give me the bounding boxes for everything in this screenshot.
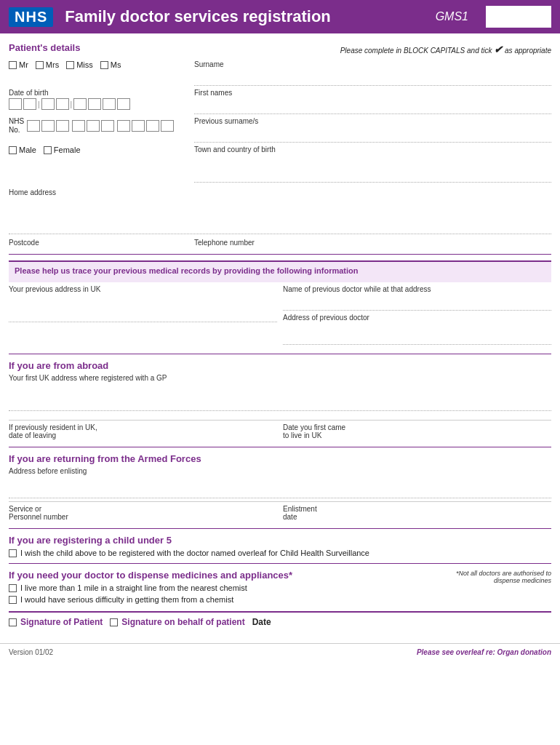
home-address-row: Home address: [9, 188, 551, 234]
medical-records-fields: Your previous address in UK Name of prev…: [9, 285, 551, 348]
date-label: Date: [252, 617, 271, 627]
title-mrs[interactable]: Mrs: [36, 60, 59, 69]
nhs-b5[interactable]: [87, 120, 100, 132]
section-divider-2: [9, 354, 551, 354]
dob-firstname-row: Date of birth | | First names: [9, 89, 551, 114]
nhs-b4[interactable]: [72, 120, 85, 132]
previous-address-field[interactable]: [9, 295, 277, 322]
complete-note: Please complete in BLOCK CAPITALS and ti…: [340, 44, 551, 55]
date-came-col: Date you first cameto live in UK: [283, 423, 551, 441]
dispense-option1-checkbox[interactable]: [9, 584, 17, 592]
nhs-b1[interactable]: [27, 120, 40, 132]
previous-doctor-name-field[interactable]: [283, 295, 551, 311]
home-address-field[interactable]: [9, 198, 551, 234]
gender-female[interactable]: Female: [44, 146, 81, 154]
title-mr[interactable]: Mr: [9, 60, 28, 69]
child-section: If you are registering a child under 5 I…: [9, 535, 551, 557]
dob-m2[interactable]: [56, 98, 69, 110]
behalf-signature-box[interactable]: [110, 618, 118, 626]
title-ms[interactable]: Ms: [100, 60, 121, 69]
town-country-label: Town and country of birth: [194, 146, 551, 154]
male-label: Male: [19, 146, 36, 154]
mr-label: Mr: [19, 60, 28, 69]
male-checkbox[interactable]: [9, 146, 17, 154]
firstname-field[interactable]: [194, 98, 551, 114]
first-uk-address-field[interactable]: [9, 383, 551, 411]
patient-signature-box[interactable]: [9, 618, 17, 626]
behalf-signature-label: Signature on behalf of patient: [121, 617, 244, 627]
dob-boxes: | |: [9, 98, 194, 110]
dob-y3[interactable]: [103, 98, 116, 110]
town-country-field[interactable]: [194, 155, 551, 183]
nhs-b3[interactable]: [56, 120, 69, 132]
female-checkbox[interactable]: [44, 146, 52, 154]
dob-y2[interactable]: [88, 98, 101, 110]
dispense-option1-row[interactable]: I live more than 1 mile in a straight li…: [9, 583, 435, 592]
organ-note: Please see overleaf re: Organ donation: [417, 648, 551, 656]
patient-details-title: Patient's details: [9, 42, 80, 53]
previous-doctor-name-label: Name of previous doctor while at that ad…: [283, 285, 551, 293]
mrs-checkbox[interactable]: [36, 61, 44, 69]
medical-records-section: Please help us trace your previous medic…: [9, 260, 551, 282]
nhs-b8[interactable]: [132, 120, 145, 132]
gender-town-row: Male Female Town and country of birth: [9, 146, 551, 186]
postcode-telephone-row: Postcode Telephone number: [9, 239, 551, 248]
previous-address-label: Your previous address in UK: [9, 285, 277, 293]
page-header: NHS Family doctor services registration …: [0, 0, 560, 33]
previous-doctor-col: Name of previous doctor while at that ad…: [283, 285, 551, 348]
page-title: Family doctor services registration: [65, 7, 423, 26]
home-address-label: Home address: [9, 188, 551, 196]
abroad-title: If you are from abroad: [9, 360, 551, 371]
nhs-b2[interactable]: [41, 120, 55, 132]
nhs-previoussurname-row: NHSNo. Previous surname/s: [9, 117, 551, 143]
nhs-boxes: [27, 120, 174, 132]
telephone-label: Telephone number: [194, 239, 551, 247]
dob-y4[interactable]: [117, 98, 130, 110]
gender-male[interactable]: Male: [9, 146, 36, 154]
dob-y1[interactable]: [73, 98, 87, 110]
title-miss[interactable]: Miss: [66, 60, 93, 69]
nhs-b7[interactable]: [117, 120, 130, 132]
nhs-logo: NHS: [9, 7, 53, 27]
enlistment-date-col: Enlistmentdate: [283, 505, 551, 522]
dob-m1[interactable]: [41, 98, 55, 110]
previously-resident-col: If previously resident in UK,date of lea…: [9, 423, 277, 441]
dispense-option2-checkbox[interactable]: [9, 596, 17, 604]
mr-checkbox[interactable]: [9, 61, 17, 69]
previous-doctor-address-label: Address of previous doctor: [283, 314, 551, 322]
dispensing-checks: I live more than 1 mile in a straight li…: [9, 583, 435, 604]
armed-forces-title: If you are returning from the Armed Forc…: [9, 453, 551, 464]
version-label: Version 01/02: [9, 648, 53, 656]
patient-details-header: Patient's details Please complete in BLO…: [9, 42, 551, 56]
dispensing-header-row: If you need your doctor to dispense medi…: [9, 570, 551, 607]
dispensing-note: *Not all doctors are authorised to dispe…: [435, 570, 551, 584]
dispense-option2-label: I would have serious difficulty in getti…: [20, 595, 233, 604]
previously-resident-label: If previously resident in UK,date of lea…: [9, 423, 277, 439]
medical-records-title: Please help us trace your previous medic…: [15, 266, 545, 275]
miss-label: Miss: [76, 60, 93, 69]
ms-checkbox[interactable]: [100, 61, 108, 69]
form-code-box[interactable]: [486, 6, 551, 28]
section-divider-3: [9, 447, 551, 447]
enlistment-date-label: Enlistmentdate: [283, 505, 551, 521]
gender-row: Male Female: [9, 146, 194, 154]
dispense-option2-row[interactable]: I would have serious difficulty in getti…: [9, 595, 435, 604]
address-enlisting-field[interactable]: [9, 477, 551, 498]
dob-d2[interactable]: [23, 98, 36, 110]
dob-d1[interactable]: [9, 98, 22, 110]
child-checkbox[interactable]: [9, 549, 17, 557]
nhs-b10[interactable]: [161, 120, 174, 132]
nhs-no-row: NHSNo.: [9, 117, 194, 135]
mrs-label: Mrs: [46, 60, 59, 69]
surname-field[interactable]: [194, 70, 551, 86]
thin-divider-2: [9, 501, 551, 502]
previous-surname-field[interactable]: [194, 127, 551, 143]
nhs-b6[interactable]: [101, 120, 114, 132]
child-checkbox-row[interactable]: I wish the child above to be registered …: [9, 549, 551, 557]
miss-checkbox[interactable]: [66, 61, 74, 69]
firstname-label: First names: [194, 89, 551, 97]
thin-divider-1: [9, 420, 551, 421]
nhs-b9[interactable]: [146, 120, 159, 132]
title-surname-row: Mr Mrs Miss Ms Surname: [9, 60, 551, 86]
previous-doctor-address-field[interactable]: [283, 323, 551, 345]
